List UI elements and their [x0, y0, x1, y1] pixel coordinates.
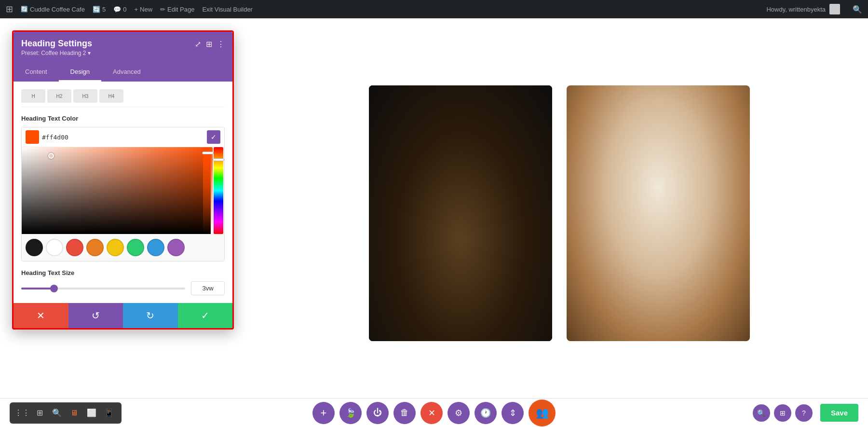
size-slider-thumb[interactable]: [50, 285, 58, 292]
svg-point-19: [623, 179, 679, 243]
svg-point-8: [436, 279, 456, 296]
mobile-icon[interactable]: 📱: [101, 405, 117, 421]
history-button[interactable]: 🕐: [475, 402, 497, 424]
bottom-toolbar: ⋮⋮ ⊞ 🔍 🖥 ⬜ 📱 + 🍃 ⏻ 🗑 ✕ ⚙ 🕐 ⇕ 👥 🔍 ⊞ ?: [0, 398, 868, 427]
wp-logo-icon: ⊞: [6, 4, 13, 14]
swatch-blue[interactable]: [147, 239, 164, 256]
portability-button[interactable]: 👥: [529, 399, 556, 427]
swatch-purple[interactable]: [167, 239, 185, 256]
howdy-text: Howdy, writtenbyekta: [766, 4, 840, 14]
sliders-button[interactable]: ⇕: [502, 402, 524, 424]
settings-button[interactable]: ⚙: [448, 402, 470, 424]
gradient-canvas[interactable]: [22, 147, 211, 234]
power-button[interactable]: ⏻: [366, 402, 389, 424]
modal-header: Heading Settings Preset: Coffee Heading …: [14, 32, 232, 63]
modal-subtitle[interactable]: Preset: Coffee Heading 2 ▾: [21, 50, 92, 56]
color-hex-input[interactable]: [42, 134, 204, 141]
sub-tab-3[interactable]: H3: [73, 89, 97, 103]
avatar: [829, 4, 840, 14]
left-tools: ⋮⋮ ⊞ 🔍 🖥 ⬜ 📱: [10, 402, 122, 424]
svg-point-22: [711, 124, 740, 163]
swatch-white[interactable]: [46, 239, 63, 256]
opacity-handle: [202, 152, 214, 154]
search-right-button[interactable]: 🔍: [753, 404, 770, 422]
revisions-count[interactable]: 🔄 5: [93, 6, 106, 13]
modal-body: H H2 H3 H4 Heading Text Color ✓: [14, 82, 232, 303]
center-tools: + 🍃 ⏻ 🗑 ✕ ⚙ 🕐 ⇕ 👥: [312, 399, 556, 427]
swatch-red[interactable]: [66, 239, 83, 256]
svg-rect-3: [441, 129, 480, 143]
svg-rect-24: [735, 124, 745, 163]
sub-tab-4[interactable]: H4: [99, 89, 123, 103]
close-button[interactable]: ✕: [420, 402, 443, 424]
opacity-bar[interactable]: [203, 147, 213, 234]
comments-count[interactable]: 💬 0: [113, 6, 126, 13]
tablet-icon[interactable]: ⬜: [84, 405, 99, 421]
modal-title: Heading Settings: [21, 39, 92, 49]
picker-cursor: [48, 153, 54, 159]
hue-bar[interactable]: [214, 147, 223, 234]
menu-icon[interactable]: ⋮⋮: [14, 405, 30, 421]
tab-design[interactable]: Design: [59, 63, 101, 82]
svg-point-18: [621, 174, 690, 257]
new-button[interactable]: + New: [134, 6, 152, 13]
color-swatch[interactable]: [26, 130, 39, 144]
swatch-black[interactable]: [26, 239, 43, 256]
coffee-photo: [369, 85, 552, 341]
svg-rect-20: [616, 242, 710, 272]
sub-tab-2[interactable]: H2: [47, 89, 71, 103]
svg-point-4: [432, 192, 489, 249]
svg-point-1: [403, 192, 518, 288]
delete-button[interactable]: 🗑: [393, 402, 416, 424]
svg-point-23: [711, 286, 750, 329]
svg-point-5: [441, 201, 480, 240]
svg-rect-13: [567, 85, 750, 341]
gradient-field[interactable]: [22, 147, 211, 234]
color-gradient-area[interactable]: [22, 147, 224, 234]
redo-button[interactable]: ↻: [123, 303, 178, 328]
layers-button[interactable]: ⊞: [774, 404, 791, 422]
grid-icon[interactable]: ⊞: [32, 405, 47, 421]
help-button[interactable]: ?: [795, 404, 813, 422]
site-name[interactable]: 🔄 Cuddle Coffee Cafe: [21, 6, 85, 13]
add-module-button[interactable]: +: [312, 402, 335, 424]
edit-page-button[interactable]: ✏ Edit Page: [160, 6, 194, 13]
modal-footer: ✕ ↺ ↻ ✓: [14, 303, 232, 328]
exit-builder-button[interactable]: Exit Visual Builder: [202, 6, 253, 13]
size-section-label: Heading Text Size: [21, 269, 225, 276]
sub-tab-1[interactable]: H: [21, 89, 45, 103]
save-page-button[interactable]: Save: [820, 404, 858, 422]
swatch-yellow[interactable]: [107, 239, 124, 256]
heading-settings-modal: Heading Settings Preset: Coffee Heading …: [12, 30, 234, 330]
admin-bar: ⊞ 🔄 Cuddle Coffee Cafe 🔄 5 💬 0 + New ✏ E…: [0, 0, 868, 18]
tab-content[interactable]: Content: [14, 63, 59, 82]
fullscreen-icon[interactable]: ⤢: [195, 40, 201, 49]
svg-rect-16: [607, 166, 700, 275]
svg-point-14: [581, 167, 735, 293]
svg-rect-21: [609, 249, 630, 265]
swatch-orange[interactable]: [86, 239, 104, 256]
more-options-icon[interactable]: ⋮: [217, 40, 225, 49]
search-icon[interactable]: 🔍: [853, 5, 862, 14]
swatch-green[interactable]: [127, 239, 144, 256]
desktop-icon[interactable]: 🖥: [67, 405, 82, 421]
svg-point-10: [447, 301, 465, 314]
size-slider-track[interactable]: [21, 288, 185, 289]
divi-button[interactable]: 🍃: [339, 402, 362, 424]
size-input[interactable]: [191, 281, 225, 295]
undo-button[interactable]: ↺: [68, 303, 123, 328]
tab-advanced[interactable]: Advanced: [101, 63, 152, 82]
search-tool-icon[interactable]: 🔍: [49, 405, 65, 421]
right-tools: 🔍 ⊞ ? Save: [753, 404, 858, 422]
food-photo: [567, 85, 750, 341]
cancel-button[interactable]: ✕: [14, 303, 68, 328]
color-palette: [22, 234, 224, 261]
svg-rect-6: [458, 182, 463, 220]
color-picker: ✓: [21, 127, 225, 262]
columns-icon[interactable]: ⊞: [206, 40, 212, 49]
svg-point-11: [429, 298, 444, 307]
size-control: [21, 281, 225, 295]
size-slider-fill: [21, 288, 54, 289]
color-confirm-button[interactable]: ✓: [207, 130, 220, 144]
save-button[interactable]: ✓: [178, 303, 233, 328]
